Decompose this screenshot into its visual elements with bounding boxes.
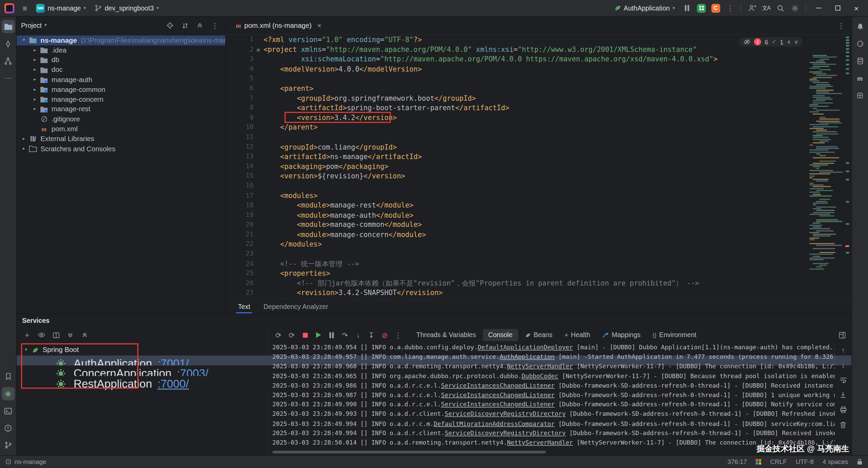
code-line[interactable]: <modules> (263, 191, 717, 200)
collapse-all-button[interactable] (79, 329, 91, 341)
console-class-link[interactable]: DefaultMigrationAddressComparator (434, 420, 555, 427)
commit-tool-button[interactable] (1, 37, 15, 50)
minimize-button[interactable] (810, 0, 827, 16)
project-widget[interactable]: NM ns-manage ▾ (32, 2, 90, 14)
console-class-link[interactable]: AuthApplication (500, 353, 555, 360)
code-line[interactable]: </modules> (263, 239, 717, 249)
console-horizontal-scrollbar[interactable] (272, 451, 546, 453)
sort-button[interactable] (179, 19, 191, 32)
code-line[interactable]: <?xml version="1.0" encoding="UTF-8"?> (263, 35, 717, 45)
terminal-tool-button[interactable] (1, 404, 15, 417)
debug-tab[interactable]: {} Environment (647, 329, 702, 341)
debug-tab[interactable]: Threads & Variables (411, 329, 481, 341)
debug-tab[interactable]: Mappings (597, 329, 646, 341)
editor-stripe[interactable] (845, 35, 850, 299)
encoding-indicator[interactable]: UTF-8 (796, 459, 814, 465)
console-line[interactable]: 2025-03-03 23:28:49.960 [] INFO o.a.d.re… (272, 362, 835, 371)
console-class-link[interactable]: DefaultApplicationDeployer (478, 344, 573, 351)
plugin-green-icon[interactable] (695, 2, 708, 14)
code-line[interactable]: <revision>3.4.2-SNAPSHOT</revision> (263, 288, 717, 298)
indent-indicator[interactable]: 4 spaces (823, 459, 848, 465)
clear-console-button[interactable] (837, 418, 849, 431)
project-tree-item[interactable]: ▸manage-auth (17, 75, 225, 85)
tree-chevron-icon[interactable]: ▸ (31, 48, 39, 53)
code-line[interactable]: </parent> (263, 122, 717, 132)
tree-chevron-icon[interactable]: ▸ (31, 87, 39, 92)
bookmarks-tool-button[interactable] (1, 370, 15, 383)
editor-tab-pom[interactable]: m pom.xml (ns-manage) × (230, 17, 327, 34)
project-tree-item[interactable]: mpom.xml (17, 124, 225, 134)
service-url-link[interactable]: :7000/ (157, 378, 189, 390)
version-control-tool-button[interactable] (1, 438, 15, 452)
project-tree-item[interactable]: .gitignore (17, 114, 225, 124)
tree-chevron-icon[interactable]: ▾ (22, 348, 30, 352)
editor-body[interactable]: 12m3456789101112131415161718192021222324… (226, 35, 851, 299)
console-line[interactable]: 2025-03-03 23:28:50.014 [] INFO o.a.d.re… (272, 438, 835, 447)
console-class-link[interactable]: NettyServerHandler (507, 439, 573, 446)
add-service-button[interactable]: + (21, 329, 33, 341)
more-actions-kebab[interactable]: ⋮ (724, 2, 736, 14)
nav-up-button[interactable]: ↑ (837, 344, 849, 356)
rerun-application-button[interactable]: ⟳ (285, 329, 298, 341)
code-line[interactable]: <artifactId>ns-manage</artifactId> (263, 152, 717, 162)
code-line[interactable]: <properties> (263, 269, 717, 278)
print-button[interactable] (837, 404, 849, 416)
code-line[interactable] (263, 181, 717, 191)
code-line[interactable]: <module>manage-auth</module> (263, 210, 717, 220)
code-line[interactable]: <module>manage-rest</module> (263, 200, 717, 210)
maven-gutter-icon[interactable]: m (257, 45, 260, 55)
gradle-tool-button[interactable] (853, 37, 867, 50)
run-configuration-widget[interactable]: AuthApplication ▾ (610, 2, 679, 14)
code-line[interactable]: <!-- 统一版本管理 --> (263, 259, 717, 269)
console-class-link[interactable]: ServiceInstancesChangedListener (441, 391, 555, 398)
code-line[interactable] (263, 132, 717, 142)
editor-options-kebab[interactable]: ⋮ (835, 19, 847, 32)
project-tree-item[interactable]: ▸doc (17, 65, 225, 75)
line-ending-indicator[interactable]: CRLF (770, 459, 787, 465)
services-tree-root[interactable]: ▾Spring Boot (17, 345, 268, 355)
debug-tab[interactable]: Console (482, 329, 518, 341)
console-class-link[interactable]: NettyServerHandler (507, 363, 573, 370)
close-tab-icon[interactable]: × (317, 21, 321, 30)
editor-code[interactable]: <?xml version="1.0" encoding="UTF-8"?><p… (263, 35, 717, 298)
console-class-link[interactable]: DubboCodec (522, 372, 558, 379)
settings-gear-icon[interactable] (789, 2, 801, 14)
project-tree-item[interactable]: ▸manage-concern (17, 95, 225, 104)
more-tool-windows-button[interactable]: ⋯ (1, 72, 15, 85)
step-over-button[interactable]: ↷ (339, 329, 351, 341)
scroll-to-end-button[interactable] (837, 389, 849, 401)
next-problem-button[interactable]: ∨ (794, 39, 798, 45)
mute-breakpoints-button[interactable]: ⊘ (379, 329, 391, 341)
console-class-link[interactable]: ServiceDiscoveryRegistryDirectory (445, 429, 566, 436)
project-tree-item[interactable]: ▸Scratches and Consoles (17, 144, 225, 154)
editor-bottom-tab-text[interactable]: Text (233, 299, 256, 313)
tree-chevron-icon[interactable]: ▸ (20, 137, 28, 141)
project-tree-item[interactable]: ▸manage-common (17, 85, 225, 95)
prev-problem-button[interactable]: ∧ (787, 39, 791, 45)
console-line[interactable]: 2025-03-03 23:28:49.987 [] INFO o.a.d.r.… (272, 390, 835, 400)
code-line[interactable]: <modelVersion>4.0.0</modelVersion> (263, 64, 717, 74)
split-view-button[interactable] (50, 329, 62, 341)
console-class-link[interactable]: ServiceInstancesChangedListener (441, 382, 555, 389)
tree-chevron-icon[interactable]: ▸ (31, 107, 39, 112)
soft-wrap-button[interactable] (837, 374, 849, 386)
console-line[interactable]: 2025-03-03 23:28:49.994 [] INFO o.a.d.r.… (272, 428, 835, 438)
profiler-icon[interactable] (681, 2, 693, 14)
console-line[interactable]: 2025-03-03 23:28:49.990 [] INFO o.a.d.r.… (272, 400, 835, 409)
project-options-kebab[interactable]: ⋮ (209, 19, 221, 32)
run-to-cursor-button[interactable]: ↧ (366, 329, 378, 341)
dependencies-tool-button[interactable] (853, 89, 867, 102)
caret-position[interactable]: 376:17 (728, 459, 747, 465)
lock-icon[interactable] (857, 459, 862, 465)
database-tool-button[interactable] (853, 54, 867, 67)
code-line[interactable]: <!-- 部门jar包版本依赖（如果不是"revision"，会报"Proper… (263, 278, 717, 288)
structure-tool-button[interactable] (1, 54, 15, 67)
project-tree-item[interactable]: ▸External Libraries (17, 134, 225, 144)
windows-colors-icon[interactable] (756, 459, 761, 464)
tree-chevron-icon[interactable]: ▾ (20, 38, 28, 42)
main-menu-button[interactable]: ≡ (19, 2, 31, 14)
code-line[interactable]: <parent> (263, 83, 717, 93)
tree-chevron-icon[interactable]: ▸ (20, 147, 28, 151)
project-panel-title[interactable]: Project (21, 22, 42, 30)
code-line[interactable]: <groupId>org.springframework.boot</group… (263, 93, 717, 103)
